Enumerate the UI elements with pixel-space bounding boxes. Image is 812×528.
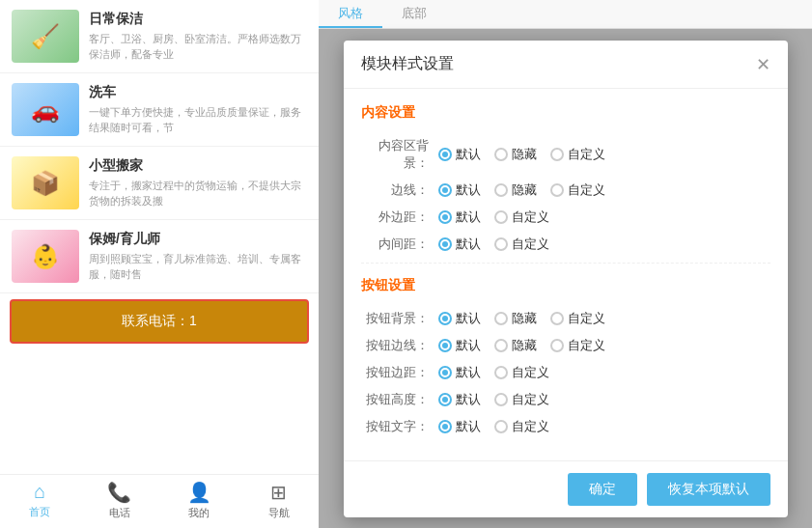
service-icon-moving: 📦: [31, 170, 60, 197]
form-label-content-bg: 内容区背景：: [361, 137, 429, 172]
radio-circle-inner-margin-default: [438, 237, 452, 251]
modal-body: 内容设置 内容区背景： 默认 隐藏 自定义 边线： 默认 隐藏 自定义: [344, 89, 788, 460]
modal-footer: 确定 恢复本项默认: [344, 460, 788, 517]
radio-label-content-bg-custom: 自定义: [568, 146, 605, 163]
radio-circle-btn-border-custom: [550, 339, 564, 352]
radio-label-border-hidden: 隐藏: [512, 181, 537, 199]
service-desc-carwash: 一键下单方便快捷，专业品质质量保证，服务结果随时可看，节: [89, 105, 307, 135]
service-item-cleaning[interactable]: 🧹 日常保洁 客厅、卫浴、厨房、卧室清洁。严格师选数万保洁师，配备专业: [0, 0, 319, 73]
nav-icon-grid: ⊞: [270, 481, 287, 504]
radio-label-btn-border-hidden: 隐藏: [512, 337, 537, 354]
radio-btn-bg-default[interactable]: 默认: [438, 310, 481, 327]
radio-outer-margin-custom[interactable]: 自定义: [494, 208, 549, 226]
radio-btn-height-custom[interactable]: 自定义: [494, 391, 549, 408]
modal-header: 模块样式设置 ✕: [344, 41, 788, 89]
form-row-btn-height: 按钮高度： 默认 自定义: [361, 391, 770, 408]
radio-group-inner-margin: 默认 自定义: [438, 236, 549, 253]
radio-border-custom[interactable]: 自定义: [550, 181, 605, 199]
form-row-border: 边线： 默认 隐藏 自定义: [361, 181, 770, 199]
nav-label-nav: 导航: [268, 506, 290, 520]
radio-btn-border-custom[interactable]: 自定义: [550, 337, 605, 354]
tab-bottom[interactable]: 底部: [382, 0, 446, 28]
radio-label-btn-height-custom: 自定义: [512, 391, 549, 408]
modal-title: 模块样式设置: [361, 54, 454, 74]
form-label-btn-bg: 按钮背景：: [361, 310, 429, 327]
radio-group-btn-outer-margin: 默认 自定义: [438, 364, 549, 381]
radio-label-content-bg-default: 默认: [456, 146, 481, 163]
service-desc-cleaning: 客厅、卫浴、厨房、卧室清洁。严格师选数万保洁师，配备专业: [89, 32, 307, 62]
radio-circle-btn-bg-custom: [550, 312, 564, 325]
radio-label-btn-bg-custom: 自定义: [568, 310, 605, 327]
service-info-moving: 小型搬家 专注于，搬家过程中的货物运输，不提供大宗货物的拆装及搬: [89, 157, 307, 208]
nav-item-my[interactable]: 👤 我的: [159, 475, 239, 528]
form-label-btn-outer-margin: 按钮边距：: [361, 364, 429, 381]
tab-style-label: 风格: [338, 5, 363, 22]
nav-label-home: 首页: [29, 505, 50, 519]
radio-circle-content-bg-default: [438, 148, 452, 161]
radio-btn-outer-margin-default[interactable]: 默认: [438, 364, 481, 381]
tab-style[interactable]: 风格: [319, 0, 382, 28]
home-icon: ⌂: [34, 481, 45, 503]
my-icon: 👤: [187, 481, 211, 504]
form-row-btn-border: 按钮边线： 默认 隐藏 自定义: [361, 337, 770, 354]
radio-group-outer-margin: 默认 自定义: [438, 208, 549, 226]
radio-content-bg-default[interactable]: 默认: [438, 146, 481, 163]
radio-circle-btn-text-custom: [494, 420, 508, 433]
radio-btn-bg-custom[interactable]: 自定义: [550, 310, 605, 327]
radio-inner-margin-custom[interactable]: 自定义: [494, 236, 549, 253]
modal-close-button[interactable]: ✕: [756, 56, 770, 73]
service-thumb-moving: 📦: [12, 156, 79, 209]
right-panel: 风格 底部 模块样式设置 ✕ 内容设置 内容区背景： 默认 隐藏 自定义: [319, 0, 812, 528]
phone-icon: 📞: [107, 481, 131, 504]
service-title-moving: 小型搬家: [89, 157, 307, 175]
radio-btn-border-default[interactable]: 默认: [438, 337, 481, 354]
radio-label-btn-text-custom: 自定义: [512, 418, 549, 435]
radio-label-btn-bg-default: 默认: [456, 310, 481, 327]
service-item-carwash[interactable]: 🚗 洗车 一键下单方便快捷，专业品质质量保证，服务结果随时可看，节: [0, 73, 319, 147]
radio-btn-bg-hidden[interactable]: 隐藏: [494, 310, 537, 327]
nav-item-phone[interactable]: 📞 电话: [80, 475, 160, 528]
service-item-moving[interactable]: 📦 小型搬家 专注于，搬家过程中的货物运输，不提供大宗货物的拆装及搬: [0, 147, 319, 220]
confirm-button[interactable]: 确定: [568, 473, 637, 506]
section-title-content: 内容设置: [361, 104, 770, 125]
contact-bar[interactable]: 联系电话：1: [10, 299, 309, 344]
form-row-btn-outer-margin: 按钮边距： 默认 自定义: [361, 364, 770, 381]
service-list: 🧹 日常保洁 客厅、卫浴、厨房、卧室清洁。严格师选数万保洁师，配备专业 🚗 洗车…: [0, 0, 319, 474]
radio-label-inner-margin-default: 默认: [456, 236, 481, 253]
radio-inner-margin-default[interactable]: 默认: [438, 236, 481, 253]
nav-item-nav[interactable]: ⊞ 导航: [239, 475, 320, 528]
radio-border-hidden[interactable]: 隐藏: [494, 181, 537, 199]
radio-label-btn-bg-hidden: 隐藏: [512, 310, 537, 327]
radio-circle-content-bg-custom: [550, 148, 564, 161]
radio-label-content-bg-hidden: 隐藏: [512, 146, 537, 163]
section-title-button: 按钮设置: [361, 277, 770, 298]
radio-circle-btn-outer-margin-custom: [494, 366, 508, 379]
radio-border-default[interactable]: 默认: [438, 181, 481, 199]
radio-btn-outer-margin-custom[interactable]: 自定义: [494, 364, 549, 381]
radio-group-btn-height: 默认 自定义: [438, 391, 549, 408]
radio-circle-btn-border-hidden: [494, 339, 508, 352]
form-label-inner-margin: 内间距：: [361, 236, 429, 253]
radio-content-bg-hidden[interactable]: 隐藏: [494, 146, 537, 163]
form-label-btn-height: 按钮高度：: [361, 391, 429, 408]
radio-group-border: 默认 隐藏 自定义: [438, 181, 605, 199]
nav-item-home[interactable]: ⌂ 首页: [0, 475, 80, 528]
radio-label-btn-height-default: 默认: [456, 391, 481, 408]
radio-btn-text-default[interactable]: 默认: [438, 418, 481, 435]
radio-label-btn-outer-margin-custom: 自定义: [512, 364, 549, 381]
tab-bottom-label: 底部: [402, 5, 427, 22]
service-item-nanny[interactable]: 👶 保姆/育儿师 周到照顾宝宝，育儿标准筛选、培训、专属客服，随时售: [0, 220, 319, 293]
radio-circle-border-default: [438, 183, 452, 197]
radio-content-bg-custom[interactable]: 自定义: [550, 146, 605, 163]
reset-button[interactable]: 恢复本项默认: [647, 473, 770, 506]
radio-label-border-custom: 自定义: [568, 181, 605, 199]
form-row-content-bg: 内容区背景： 默认 隐藏 自定义: [361, 137, 770, 172]
radio-btn-border-hidden[interactable]: 隐藏: [494, 337, 537, 354]
radio-group-btn-bg: 默认 隐藏 自定义: [438, 310, 605, 327]
radio-btn-text-custom[interactable]: 自定义: [494, 418, 549, 435]
radio-btn-height-default[interactable]: 默认: [438, 391, 481, 408]
nav-label-my: 我的: [188, 506, 210, 520]
radio-circle-btn-border-default: [438, 339, 452, 352]
radio-outer-margin-default[interactable]: 默认: [438, 208, 481, 226]
radio-circle-outer-margin-custom: [494, 210, 508, 224]
